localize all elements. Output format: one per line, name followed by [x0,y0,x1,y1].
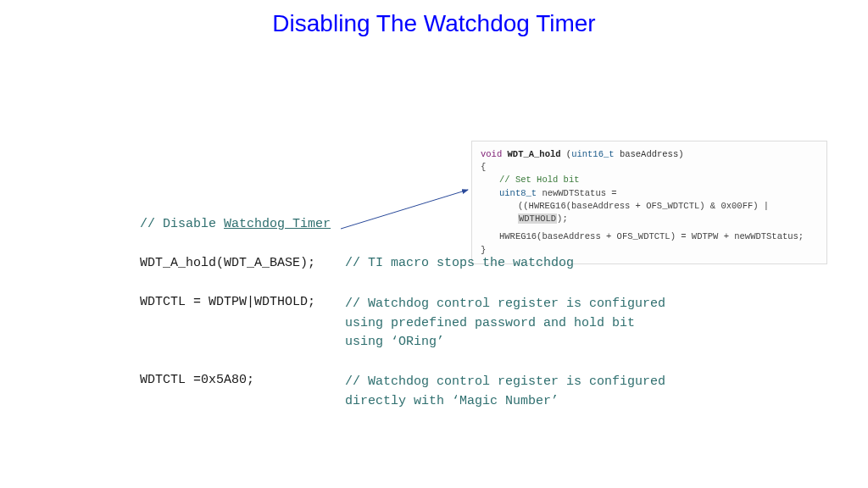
comment-row-3-l1: // Watchdog control register is configur… [345,374,665,389]
kw-void: void [481,149,502,159]
code-row-1: WDT_A_hold(WDT_A_BASE); [140,256,315,270]
snippet-brace-open: { [481,162,486,172]
snippet-uint8: uint8_t [499,188,537,198]
snippet-param-type: uint16_t [571,149,614,159]
snippet-var: newWDTStatus = [537,188,617,198]
snippet-expr: ((HWREG16(baseAddress + OFS_WDTCTL) & 0x… [518,200,818,225]
snippet-comment: // Set Hold bit [499,174,818,186]
comment-row-2-l3: using ‘ORing’ [345,335,444,349]
snippet-expr-a: ((HWREG16(baseAddress + OFS_WDTCTL) & 0x… [518,201,769,211]
snippet-assign: HWREG16(baseAddress + OFS_WDTCTL) = WDTP… [499,230,818,243]
snippet-expr-highlight: WDTHOLD [518,214,557,224]
code-row-3: WDTCTL =0x5A80; [140,373,254,387]
svg-line-0 [341,190,468,229]
snippet-decl: uint8_t newWDTStatus = [499,187,818,200]
disable-link-text: Watchdog Timer [224,217,331,231]
comment-row-1: // TI macro stops the watchdog [345,256,574,270]
code-row-2: WDTCTL = WDTPW|WDTHOLD; [140,295,315,309]
code-snippet-box: void WDT_A_hold (uint16_t baseAddress) {… [471,141,827,264]
comment-row-2-l1: // Watchdog control register is configur… [345,297,665,311]
disable-prefix: // Disable [140,217,224,231]
comment-disable: // Disable Watchdog Timer [140,217,331,231]
snippet-expr-tail: ); [557,214,568,224]
slide-title: Disabling The Watchdog Timer [0,10,868,37]
snippet-fn-name: WDT_A_hold [508,149,561,159]
comment-row-2: // Watchdog control register is configur… [345,295,665,352]
arrow-icon [339,186,475,233]
comment-row-3-l2: directly with ‘Magic Number’ [345,394,559,408]
snippet-param: baseAddress) [615,149,684,159]
comment-row-3: // Watchdog control register is configur… [345,373,665,411]
comment-row-2-l2: using predefined password and hold bit [345,316,635,330]
snippet-paren: ( [561,149,572,159]
snippet-brace-close: } [481,245,486,255]
